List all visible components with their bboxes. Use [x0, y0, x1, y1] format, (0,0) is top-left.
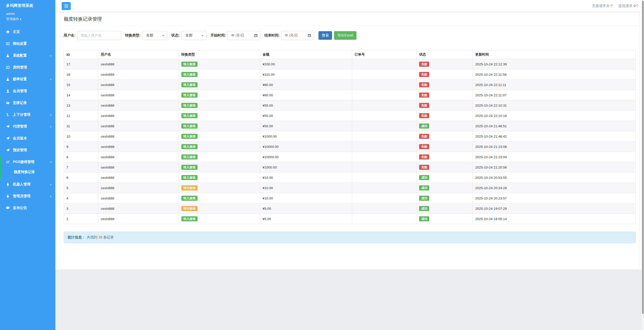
- row-time: 2025-10-24 22:11:11: [473, 80, 636, 90]
- panel-body: 用户名: 转换类型: 全部 状态: 全部 开始时间: 年 /月/日: [60, 26, 639, 269]
- sidebar-item-member-rebate[interactable]: 会员返水: [0, 132, 55, 144]
- sidebar-item-site-settings[interactable]: 网站设置: [0, 38, 55, 50]
- status-badge: 失败: [419, 165, 429, 170]
- sidebar-item-member-management[interactable]: 会员管理: [0, 85, 55, 97]
- row-username: ceshi888: [98, 214, 179, 224]
- home-icon: [6, 30, 10, 34]
- sidebar-item-agent-management[interactable]: 代理管理‹: [0, 120, 55, 132]
- chevron-left-icon: ‹: [50, 78, 51, 80]
- page-title: 额度转换记录管理: [60, 12, 639, 26]
- type-badge: 转入游戏: [181, 82, 197, 87]
- menu-entry-member-rebate: 会员返水: [0, 132, 55, 144]
- table-row: 14ceshi888转入游戏¥60.00失败2025-10-24 22:11:0…: [64, 90, 636, 100]
- records-table: ID用户名转换类型金额订单号状态更新时间 17ceshi888转入游戏¥200.…: [64, 50, 636, 224]
- sidebar-menu: 主页网站设置系统配置‹房间管理赔率设置‹会员管理竞猜记录上下分管理‹代理管理‹会…: [0, 26, 55, 214]
- table-row: 13ceshi888转入游戏¥55.00失败2025-10-24 22:10:3…: [64, 100, 636, 111]
- start-time-label: 开始时间:: [211, 33, 226, 38]
- records-panel: 额度转换记录管理 用户名: 转换类型: 全部 状态: 全部 开始时间:: [60, 12, 640, 270]
- username-input[interactable]: [77, 31, 121, 40]
- vertical-scrollbar[interactable]: [642, 0, 644, 330]
- status-badge: 成功: [419, 196, 429, 201]
- stats-info-box: 统计信息：共找到 16 条记录: [64, 232, 636, 243]
- menu-entry-bet-records: 竞猜记录: [0, 97, 55, 109]
- menu-entry-announcement: 发布公告: [0, 202, 55, 214]
- row-order: [352, 121, 417, 131]
- filter-bar: 用户名: 转换类型: 全部 状态: 全部 开始时间: 年 /月/日: [64, 31, 636, 40]
- type-badge: 转入游戏: [181, 103, 197, 108]
- brand-title: 多玛网管理系统: [0, 0, 55, 8]
- row-time: 2025-10-24 20:23:57: [473, 193, 636, 203]
- row-id: 7: [64, 162, 98, 173]
- end-date-input[interactable]: 年 /月/日: [281, 31, 314, 40]
- exchange-icon: [6, 160, 10, 164]
- scrollbar-thumb[interactable]: [642, 1, 644, 314]
- row-id: 12: [64, 111, 98, 121]
- send-icon: [6, 148, 10, 152]
- menu-entry-odds-settings: 赔率设置‹: [0, 73, 55, 85]
- type-label: 转换类型:: [125, 33, 141, 38]
- sidebar-item-admin-management[interactable]: 管理员管理‹: [0, 190, 55, 202]
- chevron-left-icon: ‹: [50, 195, 51, 197]
- admin-username: admin: [0, 8, 55, 16]
- treeview-pgs-game-management: PGS游戏管理‹额度转换记录: [0, 156, 55, 178]
- row-amount: ¥50.00: [260, 121, 352, 131]
- row-id: 15: [64, 80, 98, 90]
- export-excel-button[interactable]: 导出Excel: [334, 31, 356, 40]
- row-username: ceshi888: [98, 173, 179, 183]
- table-row: 8ceshi888转入游戏¥10000.00失败2025-10-24 21:23…: [64, 152, 636, 162]
- row-username: ceshi888: [98, 111, 179, 121]
- sidebar-item-robot-management[interactable]: 机器人管理‹: [0, 178, 55, 190]
- sidebar-toggle-button[interactable]: [62, 2, 71, 10]
- menu-entry-robot-management: 机器人管理‹: [0, 178, 55, 190]
- row-id: 9: [64, 142, 98, 152]
- user-menu-dropdown[interactable]: 管理操作▾: [0, 16, 55, 21]
- row-time: 2025-10-24 22:10:18: [473, 111, 636, 121]
- row-time: 2025-10-24 19:05:14: [473, 214, 636, 224]
- car-icon: [6, 101, 10, 105]
- type-badge: 转入游戏: [181, 72, 197, 77]
- sidebar-item-announcement[interactable]: 发布公告: [0, 202, 55, 214]
- chevron-left-icon: ‹: [50, 54, 51, 57]
- row-amount: ¥110.00: [260, 69, 352, 80]
- row-order: [352, 152, 417, 162]
- type-badge: 转入游戏: [181, 165, 197, 170]
- main-area: 充值请求:0 个 提现请求 0个 额度转换记录管理 用户名: 转换类型: 全部 …: [55, 0, 644, 270]
- status-badge: 成功: [419, 185, 429, 190]
- type-select[interactable]: 全部: [142, 31, 167, 40]
- row-amount: ¥55.00: [260, 100, 352, 111]
- sidebar-item-system-config[interactable]: 系统配置‹: [0, 50, 55, 61]
- level-up-icon: [6, 113, 10, 117]
- flask-icon: [6, 77, 10, 81]
- sidebar-item-home[interactable]: 主页: [0, 26, 55, 38]
- flask-icon: [6, 54, 10, 58]
- columns-icon: [6, 42, 10, 46]
- row-order: [352, 59, 417, 69]
- sidebar-item-room-management[interactable]: 房间管理: [0, 61, 55, 73]
- table-row: 15ceshi888转入游戏¥60.00失败2025-10-24 22:11:1…: [64, 80, 636, 90]
- table-header-row: ID用户名转换类型金额订单号状态更新时间: [64, 50, 636, 59]
- status-select[interactable]: 全部: [181, 31, 207, 40]
- row-time: 2025-10-24 21:46:42: [473, 131, 636, 142]
- column-header: 更新时间: [473, 50, 636, 59]
- withdraw-requests-link[interactable]: 提现请求 0个: [618, 4, 639, 8]
- search-button[interactable]: 搜索: [318, 31, 332, 40]
- deposit-requests-link[interactable]: 充值请求:0 个: [592, 4, 614, 8]
- sidebar-item-preset-management[interactable]: 预设管理: [0, 144, 55, 156]
- chevron-left-icon: ‹: [50, 125, 51, 128]
- content-wrapper: 额度转换记录管理 用户名: 转换类型: 全部 状态: 全部 开始时间:: [55, 12, 644, 270]
- type-badge: 转入游戏: [181, 93, 197, 98]
- sidebar-item-bet-records[interactable]: 竞猜记录: [0, 97, 55, 109]
- row-order: [352, 214, 417, 224]
- sidebar-item-pgs-game-management[interactable]: PGS游戏管理‹: [1, 156, 55, 168]
- table-row: 4ceshi888转入游戏¥10.00成功2025-10-24 20:23:57: [64, 193, 636, 203]
- sidebar-item-odds-settings[interactable]: 赔率设置‹: [0, 73, 55, 85]
- comment-icon: [6, 206, 10, 210]
- column-header: 订单号: [352, 50, 417, 59]
- top-navbar: 充值请求:0 个 提现请求 0个: [55, 0, 644, 12]
- row-time: 2025-10-24 22:11:07: [473, 90, 636, 100]
- status-badge: 失败: [419, 93, 429, 98]
- sidebar-item-updown-management[interactable]: 上下分管理‹: [0, 109, 55, 120]
- sidebar-subitem-quota-transfer-records[interactable]: 额度转换记录: [1, 168, 55, 178]
- caret-down-icon: ▾: [20, 18, 21, 21]
- start-date-input[interactable]: 年 /月/日: [228, 31, 260, 40]
